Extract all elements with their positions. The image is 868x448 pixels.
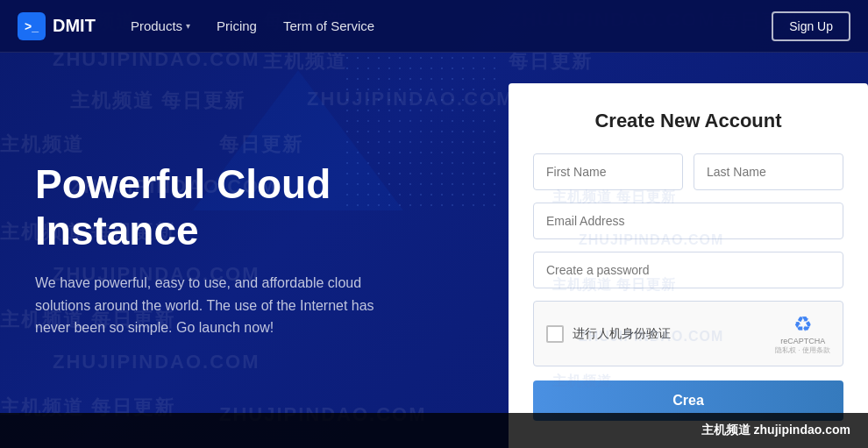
last-name-field — [694, 153, 843, 190]
logo-icon: >_ — [18, 12, 46, 40]
bottom-watermark-bar: 主机频道 zhujipindao.com — [0, 413, 868, 448]
chevron-down-icon: ▾ — [186, 21, 190, 31]
recaptcha-icon: ♻ — [793, 312, 813, 337]
nav-products[interactable]: Products ▾ — [131, 18, 190, 33]
email-input[interactable] — [533, 203, 843, 239]
recaptcha-label: 进行人机身份验证 — [573, 326, 671, 342]
nav-products-label: Products — [131, 18, 182, 33]
recaptcha-left: 进行人机身份验证 — [546, 325, 671, 343]
first-name-field — [533, 153, 683, 190]
logo-text: DMIT — [53, 16, 96, 36]
bottom-watermark-text: 主机频道 zhujipindao.com — [701, 423, 850, 438]
recaptcha-logo: ♻ reCAPTCHA 隐私权 · 使用条款 — [775, 312, 830, 355]
recaptcha-widget[interactable]: 进行人机身份验证 ♻ reCAPTCHA 隐私权 · 使用条款 — [533, 301, 843, 366]
last-name-input[interactable] — [694, 153, 843, 190]
navbar: >_ DMIT Products ▾ Pricing Term of Servi… — [0, 0, 868, 53]
signup-form-panel: Create New Account 进行人机身份验证 ♻ reCAPTCHA … — [509, 83, 868, 448]
hero-description: We have powerful, easy to use, and affor… — [35, 272, 386, 339]
recaptcha-brand: reCAPTCHA — [780, 337, 825, 345]
recaptcha-checkbox[interactable] — [546, 325, 564, 343]
password-input[interactable] — [533, 252, 843, 288]
nav-pricing[interactable]: Pricing — [217, 18, 257, 33]
nav-links: Products ▾ Pricing Term of Service — [131, 18, 772, 33]
name-row — [533, 153, 843, 190]
nav-pricing-label: Pricing — [217, 18, 257, 33]
recaptcha-terms: 隐私权 · 使用条款 — [775, 345, 830, 355]
first-name-input[interactable] — [533, 153, 683, 190]
logo[interactable]: >_ DMIT — [18, 12, 96, 40]
form-title: Create New Account — [533, 110, 843, 132]
nav-tos[interactable]: Term of Service — [283, 18, 374, 33]
hero-section: Powerful Cloud Instance We have powerful… — [0, 53, 491, 448]
nav-tos-label: Term of Service — [283, 18, 374, 33]
signup-button[interactable]: Sign Up — [772, 11, 850, 41]
hero-title: Powerful Cloud Instance — [35, 161, 456, 254]
